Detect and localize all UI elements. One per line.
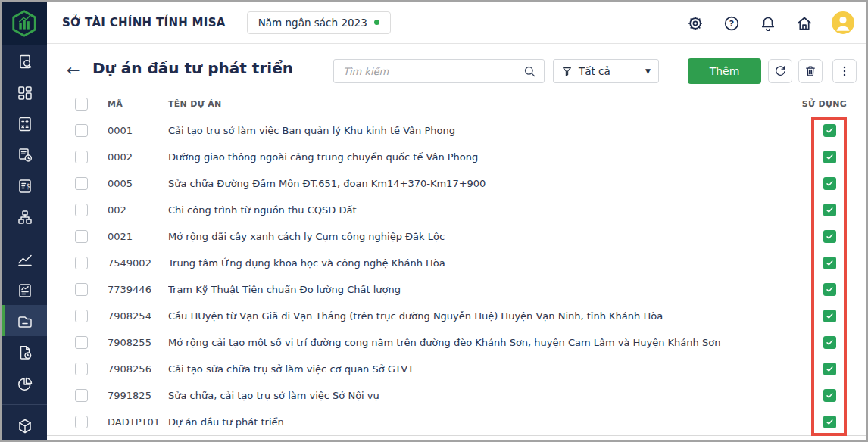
user-avatar[interactable] — [832, 11, 854, 34]
search-icon[interactable] — [523, 65, 536, 78]
used-checkbox-checked[interactable] — [823, 363, 836, 375]
filter-dropdown[interactable]: Tất cả ▼ — [553, 59, 659, 83]
project-code: 7991825 — [108, 382, 151, 409]
settings-button[interactable] — [686, 14, 703, 31]
row-select-checkbox[interactable] — [75, 283, 88, 296]
status-dot — [374, 20, 379, 25]
row-select-checkbox[interactable] — [75, 389, 88, 402]
sidebar-item-projects-active[interactable] — [2, 305, 47, 336]
table-row: 7549002Trung tâm Ứng dụng khoa học và cô… — [47, 250, 866, 276]
table-body: 0001Cải tạo trụ sở làm việc Ban quản lý … — [47, 117, 866, 436]
search-input[interactable] — [334, 66, 523, 77]
row-select-checkbox[interactable] — [75, 151, 88, 163]
user-icon — [832, 11, 854, 34]
project-code: 0021 — [108, 223, 133, 250]
vertical-dots-icon — [838, 64, 851, 78]
document-search-icon — [16, 53, 33, 70]
misa-logo[interactable] — [2, 2, 47, 45]
project-code: 7908254 — [108, 303, 151, 329]
used-checkbox-checked[interactable] — [823, 151, 836, 163]
project-name: Mở rộng cải tạo một số vị trí đường cong… — [168, 329, 783, 356]
bell-icon — [759, 14, 776, 31]
help-icon: ? — [723, 14, 739, 31]
row-select-checkbox[interactable] — [75, 177, 88, 190]
sidebar-item-calculator[interactable] — [2, 107, 47, 139]
svg-text:?: ? — [729, 19, 734, 29]
hexagon-chart-logo-icon — [10, 9, 39, 38]
used-checkbox-checked[interactable] — [823, 283, 836, 296]
used-checkbox-checked[interactable] — [823, 124, 836, 137]
sidebar-item-history-doc[interactable] — [2, 139, 47, 170]
sidebar-item-pie-report[interactable] — [2, 367, 47, 398]
home-button[interactable] — [795, 14, 812, 31]
sidebar-item-file-history[interactable] — [2, 336, 47, 367]
project-name: Dự án đầu tư phát triển — [168, 409, 783, 435]
project-name: Mở rộng dãi cây xanh cách ly Cụm công ng… — [168, 223, 783, 250]
table-row: 7991825Sửa chữa, cải tạo trụ sở làm việc… — [47, 382, 866, 409]
used-checkbox-checked[interactable] — [823, 230, 836, 243]
used-checkbox-checked[interactable] — [823, 257, 836, 269]
project-code: 0001 — [108, 117, 133, 144]
app-window: $ SỞ TÀI CHÍNH TỈNH MISA Năm ngân sác — [0, 0, 868, 442]
row-select-checkbox[interactable] — [75, 124, 88, 137]
project-name: Cải tạo sửa chữa trụ sở làm việc cơ quan… — [168, 356, 783, 382]
refresh-button[interactable] — [768, 59, 792, 83]
table-row: 0001Cải tạo trụ sở làm việc Ban quản lý … — [47, 117, 866, 144]
document-clock-icon — [16, 146, 33, 163]
delete-button[interactable] — [798, 59, 823, 83]
column-header-code: MÃ — [108, 92, 123, 117]
sidebar-item-report[interactable] — [2, 274, 47, 305]
help-button[interactable]: ? — [723, 14, 739, 31]
sidebar-item-dashboard[interactable] — [2, 76, 47, 107]
sidebar-item-invoice[interactable]: $ — [2, 170, 47, 201]
table-header: MÃ TÊN DỰ ÁN SỬ DỤNG — [47, 92, 866, 117]
project-name: Trung tâm Ứng dụng khoa học và công nghệ… — [168, 250, 783, 276]
notifications-button[interactable] — [759, 14, 776, 31]
table-row: DADTPT01Dự án đầu tư phát triển — [47, 409, 866, 435]
check-icon — [826, 179, 834, 188]
project-code: 7908256 — [108, 356, 151, 382]
search-box — [333, 59, 545, 83]
check-icon — [826, 232, 834, 241]
project-code: 7549002 — [108, 250, 151, 276]
project-name: Sửa chữa Đường Đầm Môn ĐT.651, đoạn Km14… — [168, 170, 783, 197]
pie-chart-icon — [16, 375, 33, 391]
used-checkbox-checked[interactable] — [823, 310, 836, 322]
row-select-checkbox[interactable] — [75, 416, 88, 428]
row-select-checkbox[interactable] — [75, 310, 88, 322]
row-select-checkbox[interactable] — [75, 230, 88, 243]
add-button[interactable]: Thêm — [688, 58, 761, 84]
project-code: DADTPT01 — [108, 409, 160, 435]
filter-value: Tất cả — [579, 65, 610, 77]
back-arrow-button[interactable]: ← — [67, 59, 80, 82]
row-select-checkbox[interactable] — [75, 363, 88, 375]
sidebar-item-package[interactable] — [2, 409, 47, 440]
invoice-dollar-icon: $ — [16, 177, 33, 194]
project-code: 002 — [108, 197, 126, 223]
sidebar-item-analytics[interactable] — [2, 243, 47, 274]
check-icon — [826, 365, 834, 373]
used-checkbox-checked[interactable] — [823, 336, 836, 349]
table-row: 0002Đường giao thông ngoài cảng trung ch… — [47, 144, 866, 170]
used-checkbox-checked[interactable] — [823, 389, 836, 402]
chevron-down-icon: ▼ — [645, 67, 651, 75]
row-select-checkbox[interactable] — [75, 257, 88, 269]
gear-icon — [686, 14, 703, 31]
row-select-checkbox[interactable] — [75, 204, 88, 216]
used-checkbox-checked[interactable] — [823, 177, 836, 190]
table-row: 7739446Trạm Kỹ Thuật Tiên chuẩn Đo lường… — [47, 276, 866, 303]
project-name: Sửa chữa, cải tạo trụ sở làm việc Sở Nội… — [168, 382, 783, 409]
sidebar-item-org-chart[interactable] — [2, 201, 47, 232]
sidebar-divider — [2, 404, 47, 405]
more-options-button[interactable] — [832, 59, 857, 83]
sidebar-item-lookup[interactable] — [2, 45, 47, 76]
budget-year-label: Năm ngân sách 2023 — [258, 17, 367, 29]
main-content: ← Dự án đầu tư phát triển Tất cả ▼ Thêm — [47, 45, 866, 440]
select-all-checkbox[interactable] — [75, 98, 88, 110]
row-select-checkbox[interactable] — [75, 336, 88, 349]
used-checkbox-checked[interactable] — [823, 204, 836, 216]
sidebar: $ — [2, 2, 47, 440]
used-checkbox-checked[interactable] — [823, 416, 836, 428]
check-icon — [826, 259, 834, 267]
budget-year-badge[interactable]: Năm ngân sách 2023 — [247, 11, 391, 34]
